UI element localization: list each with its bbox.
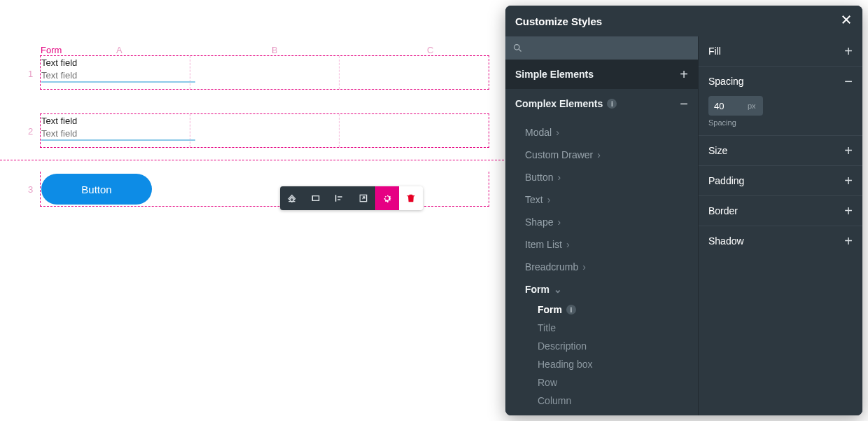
customize-styles-panel: Customize Styles Simple Elements + Compl… [505, 6, 862, 415]
item-label: Modal [525, 127, 552, 138]
sub-item-heading-box[interactable]: Heading box [518, 355, 698, 373]
svg-point-2 [514, 45, 520, 50]
prop-label: Border [708, 205, 738, 216]
plus-icon[interactable]: + [844, 233, 853, 249]
sub-item-label: Description [538, 340, 587, 352]
prop-header[interactable]: Border + [699, 196, 862, 226]
submit-button[interactable]: Button [41, 174, 152, 205]
info-icon[interactable]: i [566, 305, 576, 315]
fill-icon[interactable] [280, 186, 304, 210]
chevron-right-icon: › [547, 194, 551, 205]
prop-header[interactable]: Fill + [699, 36, 862, 66]
grid-cell[interactable] [190, 56, 340, 89]
item-list[interactable]: Item List› [505, 233, 698, 256]
item-label: Breadcrumb [525, 261, 578, 272]
prop-label: Fill [708, 46, 721, 57]
sub-item-form[interactable]: Formi [518, 301, 698, 319]
item-button[interactable]: Button› [505, 166, 698, 188]
search-input[interactable] [505, 36, 698, 60]
prop-padding: Padding + [699, 166, 862, 196]
text-field-2[interactable]: Text field [41, 116, 195, 141]
horizontal-guide [0, 160, 504, 160]
prop-fill: Fill + [699, 36, 862, 67]
item-label: Button [525, 172, 553, 183]
section-title: Simple Elements [515, 69, 594, 80]
prop-spacing: Spacing − px Spacing [699, 67, 862, 136]
item-label: Item List [525, 239, 562, 250]
chevron-right-icon: › [556, 127, 559, 138]
trash-icon[interactable] [399, 186, 423, 210]
prop-border: Border + [699, 196, 862, 226]
grid-cell[interactable] [340, 56, 489, 89]
row-header-2: 2 [28, 126, 33, 137]
text-field-input[interactable] [41, 127, 195, 141]
sub-item-label: Column [538, 395, 571, 406]
item-label: Custom Drawer [525, 149, 593, 160]
item-form[interactable]: Form ⌄ [505, 278, 698, 301]
text-field-label: Text field [41, 116, 195, 127]
plus-icon[interactable]: + [680, 67, 688, 83]
chevron-right-icon: › [557, 172, 561, 183]
plus-icon[interactable]: + [844, 173, 853, 189]
prop-header[interactable]: Shadow + [699, 226, 862, 256]
text-field-1[interactable]: Text field [41, 57, 195, 83]
item-modal[interactable]: Modal› [505, 121, 698, 144]
col-header-b: B [272, 45, 278, 55]
info-icon[interactable]: i [607, 99, 617, 109]
chevron-down-icon: ⌄ [554, 284, 562, 295]
chevron-right-icon: › [597, 149, 601, 160]
item-custom-drawer[interactable]: Custom Drawer› [505, 144, 698, 166]
item-text[interactable]: Text› [505, 188, 698, 211]
sub-item-title[interactable]: Title [518, 319, 698, 337]
sub-item-label: Title [538, 322, 556, 333]
col-header-c: C [427, 45, 433, 55]
svg-rect-0 [312, 196, 318, 201]
col-header-a: A [116, 45, 122, 55]
prop-label: Shadow [708, 235, 744, 247]
close-icon[interactable] [840, 13, 853, 29]
spacing-input[interactable] [708, 96, 763, 116]
section-title: Complex Elements [515, 98, 603, 109]
gear-icon[interactable] [375, 186, 399, 210]
sub-item-row[interactable]: Row [518, 373, 698, 392]
item-label: Shape [525, 216, 553, 228]
element-toolbar [280, 186, 423, 210]
open-icon[interactable] [351, 186, 375, 210]
sub-item-label: Row [538, 377, 557, 388]
prop-size: Size + [699, 136, 862, 166]
prop-header[interactable]: Padding + [699, 166, 862, 195]
section-simple-elements[interactable]: Simple Elements + [505, 60, 698, 89]
grid-cell[interactable] [340, 114, 489, 147]
minus-icon[interactable]: − [680, 96, 688, 112]
panel-title: Customize Styles [515, 15, 602, 27]
section-complex-elements[interactable]: Complex Elements i − [505, 89, 698, 118]
prop-label: Size [708, 145, 727, 156]
prop-shadow: Shadow + [699, 226, 862, 256]
chevron-right-icon: › [557, 216, 561, 228]
align-icon[interactable] [328, 186, 351, 210]
plus-icon[interactable]: + [844, 203, 853, 219]
text-field-input[interactable] [41, 69, 195, 83]
prop-header[interactable]: Spacing − [699, 67, 862, 96]
spacing-sublabel: Spacing [708, 118, 853, 127]
item-label: Text [525, 194, 543, 205]
prop-label: Padding [708, 175, 744, 186]
item-label: Form [525, 284, 550, 295]
text-field-label: Text field [41, 57, 195, 69]
search-icon [512, 43, 523, 53]
rectangle-icon[interactable] [304, 186, 328, 210]
sub-item-column[interactable]: Column [518, 392, 698, 410]
form-label: Form [41, 45, 62, 55]
prop-header[interactable]: Size + [699, 136, 862, 165]
row-header-1: 1 [28, 69, 33, 79]
minus-icon[interactable]: − [844, 74, 853, 90]
sub-item-description[interactable]: Description [518, 337, 698, 355]
chevron-right-icon: › [582, 261, 586, 272]
plus-icon[interactable]: + [844, 143, 853, 159]
grid-cell[interactable] [190, 114, 340, 147]
sub-item-label: Heading box [538, 359, 593, 370]
prop-label: Spacing [708, 76, 744, 87]
item-breadcrumb[interactable]: Breadcrumb› [505, 256, 698, 278]
plus-icon[interactable]: + [844, 43, 853, 60]
item-shape[interactable]: Shape› [505, 211, 698, 233]
